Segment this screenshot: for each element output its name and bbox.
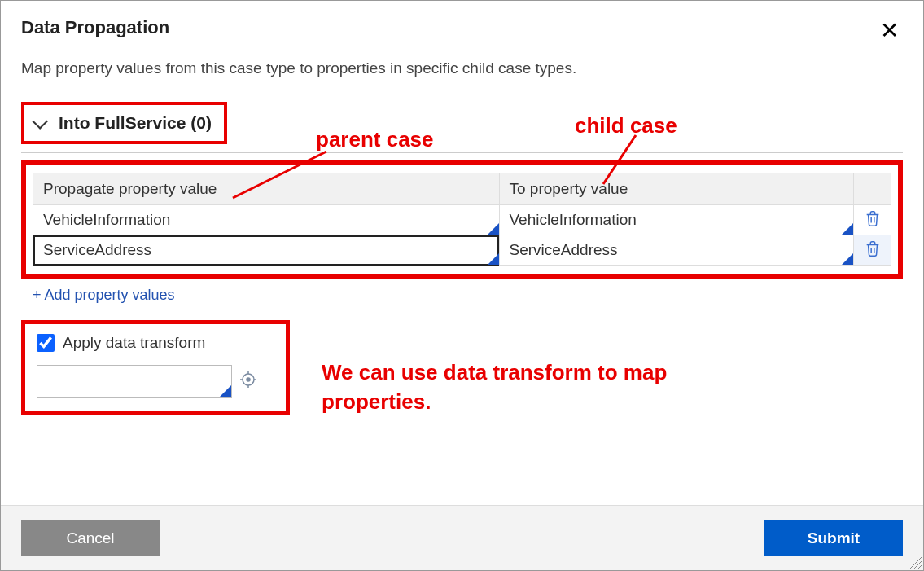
dialog-header: Data Propagation ✕	[21, 17, 903, 45]
autocomplete-indicator-icon	[488, 253, 499, 265]
close-icon[interactable]: ✕	[876, 17, 903, 45]
apply-data-transform-row: Apply data transform	[37, 334, 274, 352]
resize-grip-icon[interactable]	[910, 557, 922, 569]
data-transform-input[interactable]	[37, 365, 232, 398]
table-row: ServiceAddress ServiceAddress	[33, 235, 891, 266]
autocomplete-indicator-icon	[842, 253, 853, 265]
apply-data-transform-section: Apply data transform	[21, 320, 290, 415]
col-header-actions	[854, 173, 891, 205]
property-mapping-table: Propagate property value To property val…	[33, 173, 891, 266]
col-header-to: To property value	[499, 173, 854, 205]
chevron-down-icon	[32, 113, 48, 130]
trash-icon	[864, 216, 882, 230]
annotation-data-transform-note: We can use data transform to map propert…	[322, 358, 737, 417]
autocomplete-indicator-icon	[220, 385, 231, 397]
table-row: VehicleInformation VehicleInformation	[33, 205, 891, 235]
dialog-title: Data Propagation	[21, 17, 169, 38]
delete-row-button[interactable]	[854, 235, 891, 266]
autocomplete-indicator-icon	[488, 223, 499, 235]
to-property-input[interactable]: ServiceAddress	[499, 235, 854, 266]
trash-icon	[864, 246, 882, 260]
section-toggle-fullservice[interactable]: Into FullService (0)	[21, 102, 227, 144]
col-header-propagate: Propagate property value	[33, 173, 500, 205]
apply-data-transform-checkbox[interactable]	[37, 334, 55, 352]
add-property-values-link[interactable]: + Add property values	[33, 287, 175, 304]
annotation-child-case: child case	[575, 113, 677, 138]
from-property-input[interactable]: VehicleInformation	[33, 205, 500, 235]
submit-button[interactable]: Submit	[764, 520, 903, 556]
delete-row-button[interactable]	[854, 205, 891, 235]
svg-point-1	[247, 378, 250, 381]
dialog-description: Map property values from this case type …	[21, 59, 903, 77]
annotation-parent-case: parent case	[316, 127, 434, 152]
divider	[21, 152, 903, 153]
dialog-footer: Cancel Submit	[1, 505, 923, 570]
data-propagation-dialog: Data Propagation ✕ Map property values f…	[1, 1, 923, 496]
from-property-input[interactable]: ServiceAddress	[33, 235, 500, 266]
autocomplete-indicator-icon	[842, 223, 853, 235]
data-transform-input-row	[37, 365, 274, 398]
section-toggle-label: Into FullService (0)	[59, 113, 212, 133]
property-mapping-table-wrap: Propagate property value To property val…	[21, 160, 903, 279]
crosshair-icon[interactable]	[239, 370, 258, 393]
cancel-button[interactable]: Cancel	[21, 520, 160, 556]
to-property-input[interactable]: VehicleInformation	[499, 205, 854, 235]
apply-data-transform-label: Apply data transform	[63, 334, 205, 352]
